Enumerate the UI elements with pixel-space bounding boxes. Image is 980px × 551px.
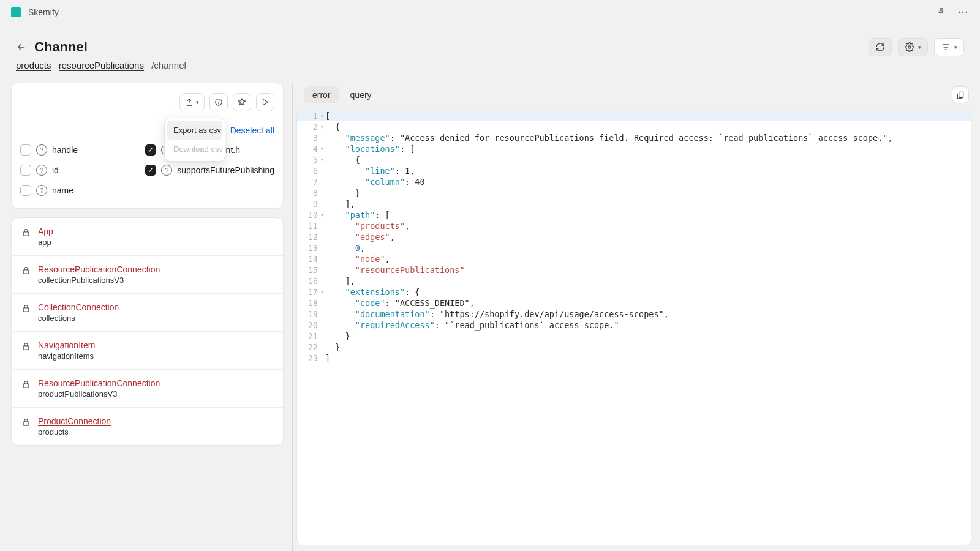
fold-icon bbox=[319, 309, 325, 320]
field-checkbox[interactable] bbox=[20, 144, 31, 156]
fold-icon[interactable]: ▾ bbox=[319, 121, 325, 132]
line-number: 11 bbox=[297, 220, 319, 231]
fold-icon[interactable]: ▾ bbox=[319, 154, 325, 165]
line-number: 20 bbox=[297, 320, 319, 331]
line-number: 13 bbox=[297, 242, 319, 253]
line-number: 12 bbox=[297, 231, 319, 242]
line-number: 23 bbox=[297, 353, 319, 364]
code-line: 9 ], bbox=[297, 198, 971, 209]
settings-button[interactable]: ▾ bbox=[898, 38, 928, 56]
tab-query[interactable]: query bbox=[342, 86, 380, 103]
svg-rect-3 bbox=[23, 270, 29, 274]
fold-icon[interactable]: ▾ bbox=[319, 110, 325, 121]
help-icon[interactable]: ? bbox=[36, 144, 47, 156]
fold-icon bbox=[319, 331, 325, 342]
svg-point-0 bbox=[908, 46, 911, 48]
help-icon[interactable]: ? bbox=[161, 165, 172, 176]
code-line: 23] bbox=[297, 353, 971, 364]
line-number: 6 bbox=[297, 165, 319, 176]
code-text: "code": "ACCESS_DENIED", bbox=[325, 298, 475, 309]
chevron-down-icon: ▾ bbox=[196, 99, 199, 105]
code-line: 1▾[ bbox=[297, 110, 971, 121]
code-text: "column": 40 bbox=[325, 176, 425, 187]
svg-rect-6 bbox=[23, 384, 29, 388]
field-label: handle bbox=[52, 144, 78, 157]
field-checkbox[interactable] bbox=[145, 165, 156, 176]
field-label: id bbox=[52, 164, 59, 177]
export-button[interactable]: ▾ bbox=[179, 93, 205, 111]
lock-icon bbox=[21, 266, 31, 275]
code-text: "products", bbox=[325, 220, 410, 231]
back-icon[interactable] bbox=[16, 42, 27, 53]
link-title[interactable]: App bbox=[38, 227, 53, 236]
filter-button[interactable]: ▾ bbox=[934, 38, 964, 56]
pin-icon[interactable] bbox=[937, 7, 946, 17]
link-subtitle: navigationItems bbox=[38, 351, 95, 361]
link-title[interactable]: ProductConnection bbox=[38, 416, 111, 426]
fold-icon[interactable]: ▾ bbox=[319, 143, 325, 154]
code-text: "path": [ bbox=[325, 209, 390, 220]
code-text: "edges", bbox=[325, 231, 395, 242]
field-label: supportsFuturePublishing bbox=[177, 164, 274, 177]
fold-icon bbox=[319, 220, 325, 231]
breadcrumb-item[interactable]: products bbox=[16, 60, 51, 71]
dropdown-item-export-csv[interactable]: Export as csv bbox=[167, 121, 222, 140]
breadcrumb: products resourcePublications /channel bbox=[16, 60, 964, 70]
code-text: "message": "Access denied for resourcePu… bbox=[325, 132, 893, 143]
lock-icon bbox=[21, 380, 31, 389]
app-name: Skemify bbox=[28, 7, 59, 17]
code-text: "documentation": "https://shopify.dev/ap… bbox=[325, 309, 669, 320]
field-checkbox[interactable] bbox=[20, 165, 31, 176]
code-text: } bbox=[325, 342, 340, 353]
run-button[interactable] bbox=[256, 93, 274, 111]
link-title[interactable]: NavigationItem bbox=[38, 340, 95, 350]
code-text: } bbox=[325, 187, 360, 198]
tab-error[interactable]: error bbox=[304, 86, 339, 103]
code-text: "node", bbox=[325, 253, 390, 264]
code-line: 21 } bbox=[297, 331, 971, 342]
fold-icon bbox=[319, 298, 325, 309]
code-panel[interactable]: 1▾[2▾ {3 "message": "Access denied for r… bbox=[296, 110, 971, 545]
refresh-button[interactable] bbox=[869, 38, 892, 56]
field-checkbox[interactable] bbox=[20, 185, 31, 196]
link-row: Appapp bbox=[12, 218, 283, 256]
link-row: ResourcePublicationConnectionproductPubl… bbox=[12, 370, 283, 408]
fold-icon[interactable]: ▾ bbox=[319, 209, 325, 220]
code-text: } bbox=[325, 331, 350, 342]
star-button[interactable] bbox=[233, 93, 251, 111]
code-text: "line": 1, bbox=[325, 165, 415, 176]
code-line: 14 "node", bbox=[297, 253, 971, 264]
help-icon[interactable]: ? bbox=[36, 185, 47, 196]
page-header: Channel ▾ ▾ products resourcePublication… bbox=[0, 24, 980, 75]
deselect-all-link[interactable]: Deselect all bbox=[230, 126, 274, 135]
svg-rect-7 bbox=[23, 422, 29, 425]
line-number: 21 bbox=[297, 331, 319, 342]
help-icon[interactable]: ? bbox=[36, 165, 47, 176]
code-line: 19 "documentation": "https://shopify.dev… bbox=[297, 309, 971, 320]
info-button[interactable] bbox=[209, 93, 228, 111]
fold-icon bbox=[319, 276, 325, 287]
breadcrumb-item[interactable]: resourcePublications bbox=[59, 60, 144, 71]
fold-icon bbox=[319, 264, 325, 276]
line-number: 10 bbox=[297, 209, 319, 220]
fold-icon[interactable]: ▾ bbox=[319, 287, 325, 298]
code-text: { bbox=[325, 121, 340, 132]
field-checkbox[interactable] bbox=[145, 144, 156, 156]
line-number: 17 bbox=[297, 287, 319, 298]
line-number: 2 bbox=[297, 121, 319, 132]
link-title[interactable]: ResourcePublicationConnection bbox=[38, 378, 160, 388]
copy-button[interactable] bbox=[952, 86, 969, 103]
link-row: ResourcePublicationConnectioncollectionP… bbox=[12, 256, 283, 294]
line-number: 9 bbox=[297, 198, 319, 209]
link-title[interactable]: CollectionConnection bbox=[38, 302, 119, 312]
link-row: ProductConnectionproducts bbox=[12, 408, 283, 445]
code-line: 17▾ "extensions": { bbox=[297, 287, 971, 298]
link-row: NavigationItemnavigationItems bbox=[12, 332, 283, 370]
lock-icon bbox=[21, 304, 31, 313]
code-line: 16 ], bbox=[297, 276, 971, 287]
link-subtitle: products bbox=[38, 427, 111, 437]
link-title[interactable]: ResourcePublicationConnection bbox=[38, 264, 160, 274]
line-number: 18 bbox=[297, 298, 319, 309]
more-icon[interactable]: ··· bbox=[958, 7, 969, 17]
chevron-down-icon: ▾ bbox=[954, 44, 957, 50]
